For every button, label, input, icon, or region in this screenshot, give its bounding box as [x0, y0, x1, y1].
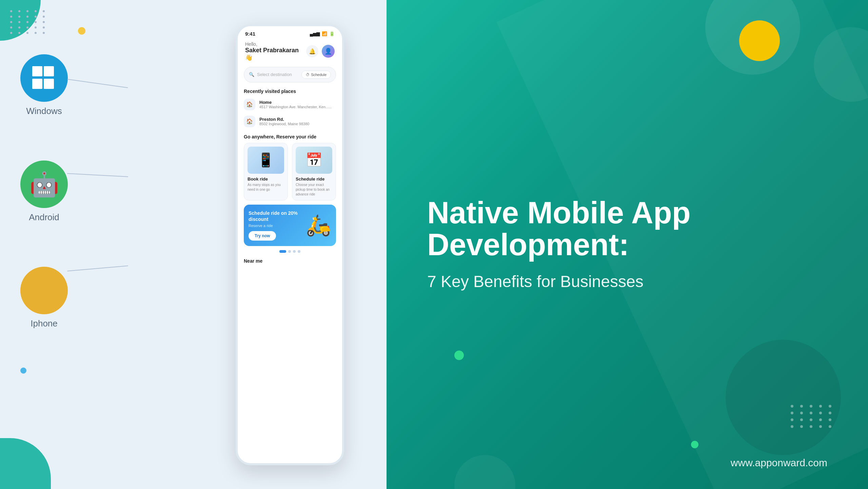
- yellow-dot-left: [78, 27, 85, 35]
- dot-pattern-top: [10, 10, 47, 34]
- book-ride-illustration: 📱: [257, 152, 274, 168]
- android-icon: 🤖: [29, 170, 59, 198]
- wifi-icon: 📶: [322, 31, 327, 36]
- middle-panel: 9:41 ▄▅▆ 📶 🔋 Hello, Saket Prabrakaran 👋 …: [193, 0, 387, 489]
- left-panel: Windows 🤖 Android Iphone: [0, 0, 193, 489]
- clock-icon: ⏱: [306, 73, 310, 77]
- green-dot-1: [454, 351, 464, 360]
- search-bar[interactable]: 🔍 Select destination ⏱ Schedule: [244, 67, 336, 82]
- place-item-home[interactable]: 🏠 Home 4517 Washington Ave. Manchester, …: [238, 96, 342, 113]
- schedule-ride-title: Schedule ride: [296, 176, 332, 182]
- book-ride-desc: As many stops as you need in one go: [248, 183, 284, 192]
- search-input-area[interactable]: 🔍 Select destination: [249, 72, 292, 77]
- connector-iphone: [67, 265, 128, 271]
- avatar[interactable]: 👤: [322, 45, 335, 58]
- android-label: Android: [29, 212, 59, 223]
- website-url: www.apponward.com: [731, 457, 827, 469]
- hello-text: Hello,: [245, 41, 306, 47]
- sub-heading: 7 Key Benefits for Businesses: [427, 271, 827, 292]
- book-ride-card[interactable]: 📱 Book ride As many stops as you need in…: [244, 143, 288, 201]
- search-icon: 🔍: [249, 72, 254, 77]
- status-bar: 9:41 ▄▅▆ 📶 🔋: [238, 26, 342, 39]
- status-icons: ▄▅▆ 📶 🔋: [310, 31, 335, 36]
- teal-corner-bl: [0, 438, 51, 489]
- android-circle: 🤖: [20, 161, 68, 208]
- promo-image: 🛵: [306, 213, 331, 237]
- main-title-line2: Development:: [427, 228, 629, 262]
- blue-dot-left: [20, 368, 26, 374]
- preston-details: Preston Rd. 8502 Inglewood, Maine 98380: [259, 117, 309, 126]
- promo-content: Schedule ride on 20% discount Reserve a …: [249, 210, 306, 241]
- platform-item-android: 🤖 Android: [20, 161, 68, 223]
- yellow-circle-top: [739, 20, 780, 61]
- preston-name: Preston Rd.: [259, 117, 309, 122]
- bg-circle-4: [454, 455, 515, 489]
- schedule-ride-image: 📅: [296, 147, 332, 174]
- battery-icon: 🔋: [329, 31, 335, 36]
- promo-title: Schedule ride on 20% discount: [249, 210, 306, 222]
- book-ride-title: Book ride: [248, 176, 284, 182]
- connector-windows: [67, 79, 128, 88]
- platform-item-iphone: Iphone: [20, 267, 68, 329]
- ride-cards-container: 📱 Book ride As many stops as you need in…: [238, 143, 342, 201]
- preston-address: 8502 Inglewood, Maine 98380: [259, 122, 309, 126]
- promo-banner: Schedule ride on 20% discount Reserve a …: [244, 205, 336, 246]
- iphone-circle: [20, 267, 68, 314]
- notification-button[interactable]: 🔔: [306, 45, 318, 57]
- greeting-section: Hello, Saket Prabrakaran 👋 🔔 👤: [238, 39, 342, 65]
- dot-3: [293, 250, 296, 253]
- signal-icon: ▄▅▆: [310, 31, 320, 36]
- schedule-button[interactable]: ⏱ Schedule: [301, 71, 331, 79]
- right-panel: Native Mobile App Development: 7 Key Ben…: [387, 0, 868, 489]
- green-dot-2: [691, 441, 698, 448]
- time-display: 9:41: [245, 31, 255, 37]
- dot-4: [298, 250, 300, 253]
- try-now-button[interactable]: Try now: [249, 231, 276, 241]
- connector-android: [67, 173, 128, 177]
- recently-visited-title: Recently visited places: [238, 84, 342, 96]
- main-title-line1: Native Mobile App: [427, 196, 691, 230]
- bg-circle-3: [726, 340, 841, 455]
- home-name: Home: [259, 100, 332, 105]
- platform-item-windows: Windows: [20, 54, 68, 116]
- schedule-label: Schedule: [311, 73, 327, 77]
- near-me-title: Near me: [238, 256, 342, 266]
- phone-mockup: 9:41 ▄▅▆ 📶 🔋 Hello, Saket Prabrakaran 👋 …: [236, 24, 344, 465]
- header-actions: 🔔 👤: [306, 45, 335, 58]
- schedule-ride-card[interactable]: 📅 Schedule ride Choose your exact pickup…: [292, 143, 336, 201]
- user-name: Saket Prabrakaran 👋: [245, 47, 306, 61]
- schedule-ride-desc: Choose your exact pickup time to book an…: [296, 183, 332, 197]
- dot-2: [288, 250, 291, 253]
- home-address: 4517 Washington Ave. Manchester, Ken....…: [259, 105, 332, 109]
- dot-1: [279, 250, 286, 253]
- carousel-dots: [238, 250, 342, 253]
- windows-logo-icon: [32, 66, 56, 90]
- windows-circle: [20, 54, 68, 102]
- home-icon: 🏠: [244, 99, 255, 110]
- dots-grid-right: [791, 405, 834, 428]
- book-ride-image: 📱: [248, 147, 284, 174]
- greeting-text: Hello, Saket Prabrakaran 👋: [245, 41, 306, 61]
- home-details: Home 4517 Washington Ave. Manchester, Ke…: [259, 100, 332, 109]
- bg-circle-2: [814, 27, 868, 102]
- place-item-preston[interactable]: 🏠 Preston Rd. 8502 Inglewood, Maine 9838…: [238, 113, 342, 130]
- promo-subtitle: Reserve a ride: [249, 224, 306, 228]
- preston-icon: 🏠: [244, 116, 255, 127]
- schedule-ride-illustration: 📅: [305, 152, 322, 168]
- go-anywhere-title: Go anywhere, Reserve your ride: [238, 130, 342, 142]
- main-heading: Native Mobile App Development:: [427, 197, 827, 261]
- windows-label: Windows: [26, 106, 62, 116]
- search-placeholder: Select destination: [257, 72, 292, 77]
- iphone-label: Iphone: [31, 318, 58, 329]
- platform-list: Windows 🤖 Android Iphone: [20, 54, 68, 329]
